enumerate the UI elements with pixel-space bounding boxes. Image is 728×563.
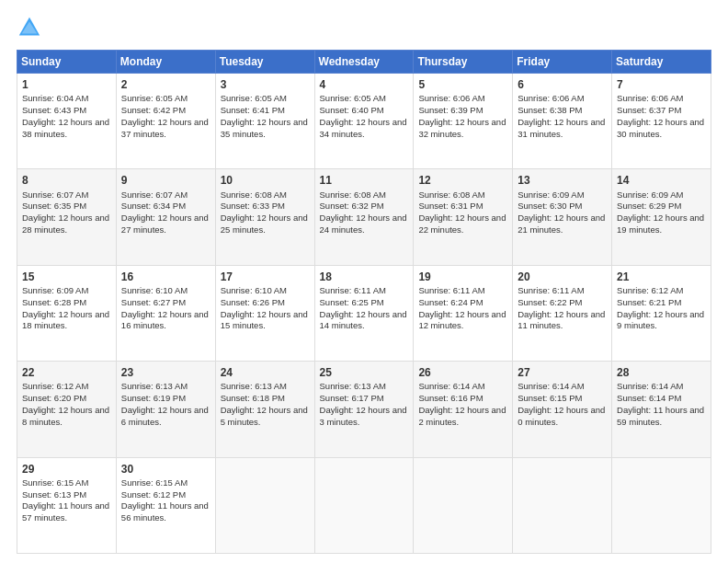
- calendar-cell: [612, 457, 711, 553]
- day-number: 26: [418, 365, 507, 380]
- sunrise-text: Sunrise: 6:11 AM: [418, 285, 484, 295]
- sunset-text: Sunset: 6:42 PM: [121, 105, 186, 115]
- sunrise-text: Sunrise: 6:04 AM: [22, 93, 88, 103]
- col-header-thursday: Thursday: [414, 51, 513, 74]
- day-number: 27: [518, 365, 607, 380]
- sunset-text: Sunset: 6:29 PM: [617, 201, 681, 211]
- sunset-text: Sunset: 6:15 PM: [518, 393, 582, 403]
- calendar-cell: 11Sunrise: 6:08 AMSunset: 6:32 PMDayligh…: [314, 169, 414, 265]
- sunrise-text: Sunrise: 6:15 AM: [22, 477, 88, 488]
- day-number: 3: [221, 77, 310, 92]
- calendar-cell: 13Sunrise: 6:09 AMSunset: 6:30 PMDayligh…: [513, 169, 612, 265]
- day-number: 28: [617, 365, 706, 380]
- daylight-text: Daylight: 12 hours and 32 minutes.: [418, 117, 506, 139]
- calendar-cell: 30Sunrise: 6:15 AMSunset: 6:12 PMDayligh…: [116, 457, 215, 553]
- day-number: 4: [320, 77, 409, 92]
- calendar-cell: 25Sunrise: 6:13 AMSunset: 6:17 PMDayligh…: [314, 362, 414, 457]
- sunset-text: Sunset: 6:40 PM: [320, 105, 384, 115]
- col-header-wednesday: Wednesday: [314, 51, 414, 74]
- sunrise-text: Sunrise: 6:11 AM: [518, 285, 584, 295]
- sunrise-text: Sunrise: 6:10 AM: [121, 285, 188, 295]
- day-number: 25: [320, 365, 409, 380]
- daylight-text: Daylight: 12 hours and 34 minutes.: [320, 117, 407, 139]
- daylight-text: Daylight: 12 hours and 2 minutes.: [418, 405, 506, 427]
- sunset-text: Sunset: 6:28 PM: [22, 297, 86, 307]
- daylight-text: Daylight: 12 hours and 27 minutes.: [121, 213, 209, 235]
- calendar-cell: 17Sunrise: 6:10 AMSunset: 6:26 PMDayligh…: [215, 265, 314, 361]
- sunrise-text: Sunrise: 6:10 AM: [221, 285, 287, 295]
- sunrise-text: Sunrise: 6:09 AM: [22, 285, 88, 295]
- day-number: 21: [617, 270, 706, 284]
- daylight-text: Daylight: 12 hours and 24 minutes.: [320, 213, 407, 235]
- daylight-text: Daylight: 12 hours and 28 minutes.: [22, 213, 109, 235]
- calendar-cell: 18Sunrise: 6:11 AMSunset: 6:25 PMDayligh…: [314, 265, 414, 361]
- daylight-text: Daylight: 12 hours and 19 minutes.: [617, 213, 704, 235]
- header: [17, 15, 711, 40]
- sunset-text: Sunset: 6:43 PM: [22, 105, 86, 115]
- calendar-cell: 3Sunrise: 6:05 AMSunset: 6:41 PMDaylight…: [215, 74, 314, 169]
- col-header-monday: Monday: [116, 51, 215, 74]
- calendar-cell: 22Sunrise: 6:12 AMSunset: 6:20 PMDayligh…: [17, 362, 117, 457]
- sunset-text: Sunset: 6:33 PM: [221, 201, 285, 211]
- calendar-cell: 5Sunrise: 6:06 AMSunset: 6:39 PMDaylight…: [414, 74, 513, 169]
- sunset-text: Sunset: 6:22 PM: [518, 297, 582, 307]
- sunrise-text: Sunrise: 6:07 AM: [22, 190, 88, 200]
- daylight-text: Daylight: 12 hours and 22 minutes.: [418, 213, 506, 235]
- day-number: 1: [22, 77, 111, 92]
- calendar-cell: [513, 457, 612, 553]
- calendar-cell: 14Sunrise: 6:09 AMSunset: 6:29 PMDayligh…: [612, 169, 711, 265]
- daylight-text: Daylight: 12 hours and 9 minutes.: [617, 309, 704, 331]
- sunrise-text: Sunrise: 6:11 AM: [320, 285, 386, 295]
- sunset-text: Sunset: 6:25 PM: [320, 297, 384, 307]
- sunset-text: Sunset: 6:30 PM: [518, 201, 582, 211]
- week-row-5: 29Sunrise: 6:15 AMSunset: 6:13 PMDayligh…: [17, 457, 711, 553]
- daylight-text: Daylight: 12 hours and 25 minutes.: [221, 213, 308, 235]
- sunrise-text: Sunrise: 6:12 AM: [617, 285, 683, 295]
- sunrise-text: Sunrise: 6:05 AM: [221, 93, 287, 103]
- calendar-cell: 1Sunrise: 6:04 AMSunset: 6:43 PMDaylight…: [17, 74, 117, 169]
- calendar-cell: [314, 457, 414, 553]
- day-number: 29: [22, 462, 111, 477]
- sunset-text: Sunset: 6:18 PM: [221, 393, 285, 403]
- sunset-text: Sunset: 6:39 PM: [418, 105, 483, 115]
- calendar-cell: 28Sunrise: 6:14 AMSunset: 6:14 PMDayligh…: [612, 362, 711, 457]
- sunrise-text: Sunrise: 6:12 AM: [22, 381, 88, 391]
- sunrise-text: Sunrise: 6:08 AM: [418, 190, 484, 200]
- sunset-text: Sunset: 6:12 PM: [121, 489, 186, 500]
- col-header-tuesday: Tuesday: [215, 51, 314, 74]
- sunrise-text: Sunrise: 6:13 AM: [121, 381, 188, 391]
- sunset-text: Sunset: 6:17 PM: [320, 393, 384, 403]
- col-header-saturday: Saturday: [612, 51, 711, 74]
- calendar-table: SundayMondayTuesdayWednesdayThursdayFrid…: [17, 50, 711, 554]
- daylight-text: Daylight: 12 hours and 6 minutes.: [121, 405, 209, 427]
- sunset-text: Sunset: 6:31 PM: [418, 201, 483, 211]
- calendar-cell: 10Sunrise: 6:08 AMSunset: 6:33 PMDayligh…: [215, 169, 314, 265]
- sunset-text: Sunset: 6:21 PM: [617, 297, 681, 307]
- sunrise-text: Sunrise: 6:07 AM: [121, 190, 188, 200]
- sunset-text: Sunset: 6:34 PM: [121, 201, 186, 211]
- calendar-cell: 20Sunrise: 6:11 AMSunset: 6:22 PMDayligh…: [513, 265, 612, 361]
- sunset-text: Sunset: 6:27 PM: [121, 297, 186, 307]
- daylight-text: Daylight: 12 hours and 3 minutes.: [320, 405, 407, 427]
- calendar-cell: 8Sunrise: 6:07 AMSunset: 6:35 PMDaylight…: [17, 169, 117, 265]
- calendar-cell: 23Sunrise: 6:13 AMSunset: 6:19 PMDayligh…: [116, 362, 215, 457]
- sunset-text: Sunset: 6:19 PM: [121, 393, 186, 403]
- sunrise-text: Sunrise: 6:05 AM: [121, 93, 188, 103]
- day-number: 17: [221, 270, 310, 284]
- sunrise-text: Sunrise: 6:15 AM: [121, 477, 188, 488]
- week-row-4: 22Sunrise: 6:12 AMSunset: 6:20 PMDayligh…: [17, 362, 711, 457]
- sunrise-text: Sunrise: 6:14 AM: [617, 381, 683, 391]
- sunrise-text: Sunrise: 6:09 AM: [617, 190, 683, 200]
- daylight-text: Daylight: 11 hours and 57 minutes.: [22, 500, 109, 523]
- daylight-text: Daylight: 12 hours and 31 minutes.: [518, 117, 605, 139]
- daylight-text: Daylight: 12 hours and 21 minutes.: [518, 213, 605, 235]
- col-header-friday: Friday: [513, 51, 612, 74]
- logo: [17, 15, 46, 40]
- sunset-text: Sunset: 6:41 PM: [221, 105, 285, 115]
- calendar-cell: 21Sunrise: 6:12 AMSunset: 6:21 PMDayligh…: [612, 265, 711, 361]
- week-row-3: 15Sunrise: 6:09 AMSunset: 6:28 PMDayligh…: [17, 265, 711, 361]
- sunset-text: Sunset: 6:38 PM: [518, 105, 582, 115]
- day-number: 14: [617, 173, 706, 188]
- daylight-text: Daylight: 12 hours and 38 minutes.: [22, 117, 109, 139]
- sunset-text: Sunset: 6:16 PM: [418, 393, 483, 403]
